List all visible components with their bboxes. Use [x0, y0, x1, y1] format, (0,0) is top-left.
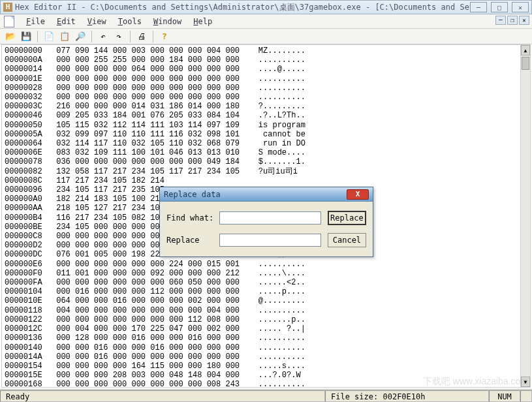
find-what-input[interactable]: [219, 211, 321, 224]
scroll-thumb[interactable]: [522, 57, 529, 70]
toolbar: 📂 💾 📄 📋 🔎 ↶ ↷ 🖨 ?: [0, 29, 532, 44]
vertical-scrollbar[interactable]: ▲ ▼: [520, 44, 531, 388]
replace-button[interactable]: Replace: [328, 211, 366, 225]
separator: [91, 31, 92, 42]
find-icon[interactable]: 🔎: [74, 30, 87, 43]
mdi-minimize-button[interactable]: ─: [495, 16, 506, 25]
dialog-titlebar[interactable]: Replace data X: [160, 187, 373, 202]
save-icon[interactable]: 💾: [20, 30, 33, 43]
separator: [153, 31, 153, 42]
separator: [37, 31, 38, 42]
separator: [130, 31, 131, 42]
app-icon: H: [3, 3, 12, 12]
replace-with-label: Replace: [166, 236, 219, 245]
paste-icon[interactable]: 📋: [58, 30, 71, 43]
replace-with-input[interactable]: [219, 234, 321, 247]
mdi-restore-button[interactable]: ❐: [507, 16, 518, 25]
minimize-button[interactable]: ─: [470, 2, 487, 12]
titlebar: H Hex Editor II - C:\Documents and Setti…: [0, 0, 532, 14]
status-ready: Ready: [0, 390, 325, 402]
scroll-down-arrow-icon[interactable]: ▼: [521, 377, 530, 387]
menubar: File Edit View Tools Window Help ─ ❐ ✕: [0, 14, 532, 29]
help-icon[interactable]: ?: [158, 30, 171, 43]
mdi-close-button[interactable]: ✕: [519, 16, 529, 25]
statusbar: Ready File size: 002F0E10h NUM: [0, 389, 532, 402]
menu-window[interactable]: Window: [148, 16, 187, 27]
cancel-button[interactable]: Cancel: [328, 233, 366, 247]
status-filesize: File size: 002F0E10h: [325, 390, 489, 402]
maximize-button[interactable]: □: [491, 2, 508, 12]
print-icon[interactable]: 🖨: [135, 30, 148, 43]
close-button[interactable]: ✕: [512, 2, 529, 12]
scroll-up-arrow-icon[interactable]: ▲: [521, 45, 530, 55]
status-numlock: NUM: [489, 390, 520, 402]
mdi-document-icon[interactable]: [4, 16, 14, 27]
window-title: Hex Editor II - C:\Documents and Setting…: [15, 2, 470, 13]
open-icon[interactable]: 📂: [4, 30, 17, 43]
find-what-label: Find what:: [166, 213, 219, 223]
resize-grip-icon[interactable]: [520, 390, 532, 402]
menu-view[interactable]: View: [82, 16, 112, 27]
dialog-close-button[interactable]: X: [347, 189, 369, 200]
dialog-title-text: Replace data: [164, 190, 347, 199]
menu-tools[interactable]: Tools: [113, 16, 147, 27]
replace-dialog: Replace data X Find what: Replace Replac…: [159, 187, 373, 257]
undo-icon[interactable]: ↶: [97, 30, 110, 43]
menu-edit[interactable]: Edit: [52, 16, 81, 27]
menu-help[interactable]: Help: [188, 16, 217, 27]
menu-file[interactable]: File: [21, 16, 50, 27]
copy-icon[interactable]: 📄: [42, 30, 55, 43]
redo-icon[interactable]: ↷: [112, 30, 125, 43]
